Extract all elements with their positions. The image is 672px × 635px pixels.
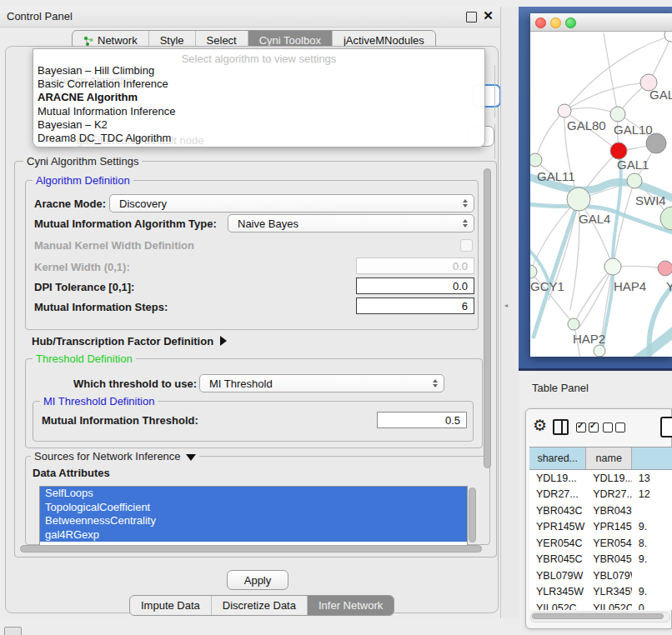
network-edge[interactable] <box>564 108 618 114</box>
network-node-big-right[interactable] <box>660 207 672 230</box>
control-panel: Control Panel ✕ NetworkStyleSelectCyni T… <box>0 7 500 618</box>
table-cell: YIL052C <box>529 600 586 610</box>
table-row[interactable]: YLR345WYLR345W9. <box>529 584 672 601</box>
select-all-checkboxes-icon[interactable] <box>576 422 599 432</box>
cyni-algorithm-settings-group: Cyni Algorithm Settings Algorithm Defini… <box>14 161 497 558</box>
network-node-gal10[interactable] <box>610 107 625 122</box>
which-threshold-value: MI Threshold <box>209 378 273 390</box>
table-cell: YDL19... <box>529 470 586 487</box>
network-window-titlebar[interactable] <box>530 13 672 32</box>
table-hscroll-track[interactable] <box>530 612 670 622</box>
dropdown-item[interactable]: Bayesian – K2 <box>38 118 108 131</box>
dropdown-item[interactable]: Mutual Information Inference <box>38 105 175 118</box>
tab-discretize-data[interactable]: Discretize Data <box>212 596 308 615</box>
spinner-arrows-icon <box>433 379 438 388</box>
list-vertical-scrollbar[interactable] <box>469 488 476 542</box>
node-label-hap4: HAP4 <box>614 279 646 293</box>
columns-icon[interactable] <box>553 419 569 435</box>
table-row[interactable]: YBL079WYBL079W <box>529 568 672 584</box>
network-node-gal80[interactable] <box>558 104 571 118</box>
table-cell: YBL079W <box>586 568 632 584</box>
close-traffic-light[interactable] <box>535 18 546 28</box>
dropdown-item[interactable]: Bayesian – Hill Climbing <box>38 64 154 77</box>
deselect-all-checkboxes-icon[interactable] <box>603 422 625 432</box>
attribute-list-item[interactable]: TopologicalCoefficient <box>40 501 467 515</box>
node-label-pink-right: Y <box>666 279 672 293</box>
network-node-hap2[interactable] <box>568 318 579 330</box>
table-row[interactable]: YDR27...YDR27...12 <box>529 487 672 503</box>
attribute-list-item[interactable]: BetweennessCentrality <box>40 514 467 528</box>
data-attributes-list[interactable]: SelfLoopsTopologicalCoefficientBetweenne… <box>39 486 468 548</box>
sources-legend[interactable]: Sources for Network Inference <box>31 450 199 462</box>
network-node-gal11[interactable] <box>530 153 542 167</box>
network-node-hap4[interactable] <box>604 258 621 275</box>
apply-button[interactable]: Apply <box>227 570 288 590</box>
mi-threshold-field[interactable]: 0.5 <box>377 412 467 428</box>
column-header[interactable]: name <box>586 448 632 469</box>
tab-impute-data[interactable]: Impute Data <box>130 596 212 615</box>
table-row[interactable]: YBR043CYBR043C <box>529 502 672 519</box>
network-canvas[interactable]: GALGAL80GAL10GAL1SWI4GAL11GAL4GCY1HAP4YH… <box>530 32 672 357</box>
node-label-gal11: GAL11 <box>537 169 575 183</box>
table-cell: YPR145W <box>586 519 632 536</box>
mi-threshold-group: MI Threshold Definition Mutual Informati… <box>33 401 474 442</box>
column-header[interactable] <box>632 448 672 469</box>
dpi-tolerance-field[interactable]: 0.0 <box>356 278 474 294</box>
dock-button[interactable] <box>4 627 22 635</box>
float-panel-icon[interactable] <box>466 12 477 22</box>
document-icon[interactable] <box>660 417 672 438</box>
attribute-list-item[interactable]: gal4RGexp <box>40 528 467 542</box>
manual-kernel-width-label: Manual Kernel Width Definition <box>34 239 194 252</box>
panel-divider[interactable] <box>500 7 519 618</box>
network-node-bottom-node[interactable] <box>594 345 605 357</box>
table-horizontal-scrollbar[interactable] <box>532 613 664 619</box>
table-row[interactable]: YIL052CYIL052C0. <box>529 600 672 610</box>
network-node-gal4[interactable] <box>567 188 590 211</box>
spinner-arrows-icon <box>463 219 468 228</box>
zoom-traffic-light[interactable] <box>565 18 576 28</box>
tab-label: jActiveMNodules <box>344 34 424 47</box>
network-node-gal1[interactable] <box>610 142 627 159</box>
table-cell: YER054C <box>529 535 586 552</box>
network-edge[interactable] <box>534 201 579 337</box>
hub-definition-toggle[interactable]: Hub/Transcription Factor Definition <box>32 335 227 348</box>
mi-algorithm-type-value: Naive Bayes <box>238 218 298 230</box>
dropdown-item[interactable]: Basic Correlation Inference <box>38 78 168 90</box>
mi-algorithm-type-select[interactable]: Naive Bayes <box>228 214 474 232</box>
attribute-list-item[interactable]: SelfLoops <box>40 487 467 501</box>
mi-steps-field[interactable]: 6 <box>356 298 474 314</box>
table-row[interactable]: YDL19...YDL19...13 <box>529 470 672 487</box>
network-node-swi4[interactable] <box>627 173 642 188</box>
threshold-definition-group: Threshold Definition Which threshold to … <box>25 358 483 448</box>
divider-arrow-icon[interactable]: ◂ <box>504 302 508 309</box>
table-cell: YBR045C <box>529 552 586 568</box>
table-cell <box>632 502 672 519</box>
network-node-pink-right[interactable] <box>658 261 672 276</box>
dropdown-item[interactable]: Dream8 DC_TDC Algorithm <box>38 132 171 144</box>
column-header[interactable]: shared... <box>529 448 586 469</box>
network-edge[interactable] <box>535 111 564 160</box>
table-row[interactable]: YPR145WYPR145W9. <box>529 519 672 536</box>
kernel-width-field[interactable]: 0.0 <box>356 258 474 274</box>
settings-horizontal-scrollbar[interactable] <box>20 545 482 552</box>
table-row[interactable]: YER054CYER054C8. <box>529 535 672 552</box>
gear-icon[interactable]: ⚙ <box>533 416 547 435</box>
table-header-row: shared...name <box>529 447 672 470</box>
node-label-swi4: SWI4 <box>635 193 666 208</box>
dropdown-item[interactable]: ARACNE Algorithm <box>38 91 138 103</box>
table-row[interactable]: YBR045CYBR045C9. <box>529 552 672 568</box>
manual-kernel-width-checkbox[interactable] <box>460 239 473 252</box>
tab-label: Network <box>98 34 138 47</box>
settings-vertical-scrollbar[interactable] <box>484 168 491 468</box>
network-edge[interactable] <box>604 33 618 114</box>
close-icon[interactable]: ✕ <box>483 10 494 21</box>
network-node-top-node[interactable] <box>664 32 672 42</box>
which-threshold-select[interactable]: MI Threshold <box>199 374 444 392</box>
tab-label: Cyni Toolbox <box>259 34 321 47</box>
minimize-traffic-light[interactable] <box>550 18 561 28</box>
network-node-gcy1[interactable] <box>530 265 537 278</box>
tab-infer-network[interactable]: Infer Network <box>308 596 394 615</box>
aracne-mode-value: Discovery <box>119 198 167 210</box>
aracne-mode-select[interactable]: Discovery <box>109 194 474 212</box>
node-label-gal1: GAL1 <box>617 158 649 172</box>
